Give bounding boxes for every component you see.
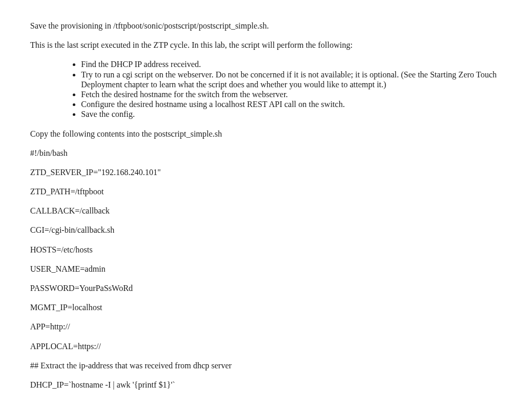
intro-paragraph-2: This is the last script executed in the … [30,40,502,50]
code-line: PASSWORD=YourPaSsWoRd [30,283,502,293]
task-list: Find the DHCP IP address received. Try t… [30,59,502,119]
code-line: USER_NAME=admin [30,264,502,274]
code-line: CGI=/cgi-bin/callback.sh [30,225,502,235]
code-line: APP=http:// [30,322,502,331]
code-line: ZTD_PATH=/tftpboot [30,187,502,196]
code-line: APPLOCAL=https:// [30,341,502,351]
copy-instruction: Copy the following contents into the pos… [30,129,502,139]
list-item: Save the config. [81,109,502,119]
code-line: ZTD_SERVER_IP="192.168.240.101" [30,167,502,177]
list-item: Configure the desired hostname using a l… [81,99,502,109]
code-line: HOSTS=/etc/hosts [30,245,502,255]
list-item: Try to run a cgi script on the webserver… [81,70,502,89]
code-line: DHCP_IP=`hostname -I | awk '{printf $1}'… [30,380,502,390]
code-line: ## Extract the ip-address that was recei… [30,361,502,370]
intro-paragraph-1: Save the provisioning in /tftpboot/sonic… [30,21,502,31]
list-item: Fetch the desired hostname for the switc… [81,89,502,99]
code-line: #!/bin/bash [30,148,502,158]
code-line: CALLBACK=/callback [30,206,502,216]
code-line: MGMT_IP=localhost [30,302,502,312]
list-item: Find the DHCP IP address received. [81,59,502,69]
